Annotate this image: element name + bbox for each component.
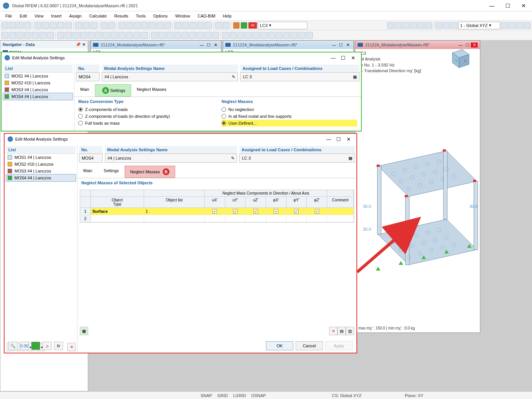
tb-icon[interactable] (90, 22, 97, 29)
tb-icon[interactable] (402, 22, 409, 29)
radio-full-loads[interactable]: Full loads as mass (78, 120, 214, 127)
table-row[interactable]: 2 (80, 215, 354, 222)
tb-icon[interactable] (126, 22, 133, 29)
tb-icon[interactable] (451, 22, 458, 29)
edit-icon[interactable]: ✎ (232, 74, 235, 79)
list-item-selected[interactable]: MOS4 #4 | Lanczos (3, 93, 73, 100)
menu-insert[interactable]: Insert (48, 13, 65, 19)
tb-icon[interactable] (166, 32, 173, 39)
menu-help[interactable]: Help (220, 13, 235, 19)
navigator-buttons[interactable]: 📌 ✕ (76, 42, 86, 47)
list-item-selected[interactable]: MOS4 #4 | Lanczos (6, 174, 76, 181)
cell-list[interactable]: 1 (144, 208, 205, 215)
tb-icon[interactable] (149, 22, 156, 29)
menu-tools[interactable]: Tools (133, 13, 149, 19)
mdi-close[interactable]: ✕ (212, 43, 219, 48)
tb-icon[interactable] (141, 22, 148, 29)
mdi-close[interactable]: ✕ (344, 43, 351, 48)
tb-icon[interactable] (42, 22, 49, 29)
tb-icon[interactable] (291, 32, 298, 39)
checkbox-phiy[interactable]: ✔ (294, 209, 299, 214)
tb-icon[interactable] (164, 22, 171, 29)
list-item[interactable]: MOS1 #4 | Lanczos (6, 154, 76, 161)
menu-file[interactable]: File (2, 13, 15, 19)
menu-calculate[interactable]: Calculate (86, 13, 110, 19)
tb-icon[interactable] (524, 22, 530, 29)
tb-icon[interactable] (182, 22, 189, 29)
tb-icon[interactable] (223, 22, 230, 29)
tb-icon[interactable] (197, 22, 204, 29)
tb-icon[interactable] (9, 22, 16, 29)
status-grid[interactable]: GRID (217, 393, 228, 398)
tab-settings[interactable]: A Settings (95, 84, 131, 97)
tb-icon[interactable] (425, 22, 432, 29)
tb-icon[interactable] (57, 32, 64, 39)
tb-icon[interactable] (65, 32, 72, 39)
tb-icon[interactable] (230, 32, 237, 39)
tb-icon[interactable] (306, 32, 313, 39)
tb-icon[interactable] (157, 22, 163, 29)
list-item[interactable]: MOS2 #10 | Lanczos (3, 79, 73, 86)
color-icon[interactable] (31, 342, 40, 350)
cs-combo[interactable]: 1 - Global XYZ▾ (458, 22, 500, 29)
tb-icon[interactable] (283, 32, 290, 39)
mdi-max[interactable]: ☐ (205, 43, 212, 48)
tb-icon[interactable] (95, 32, 102, 39)
orientation-cube-icon[interactable]: X Y (446, 44, 472, 71)
tb-icon[interactable] (32, 32, 39, 39)
tb-icon[interactable] (189, 32, 196, 39)
checkbox-uz[interactable]: ✔ (253, 209, 258, 214)
tb-icon[interactable] (395, 22, 402, 29)
list-item[interactable]: MOS1 #4 | Lanczos (3, 73, 73, 79)
cancel-button[interactable]: Cancel (296, 341, 323, 350)
tb-icon[interactable] (205, 22, 212, 29)
tab-neglect[interactable]: Neglect Masses B (125, 166, 175, 178)
apply-button[interactable]: Apply (325, 341, 353, 350)
tb-icon[interactable] (268, 32, 275, 39)
browse-icon[interactable]: ▦ (353, 74, 357, 79)
dlg-min[interactable]: — (324, 136, 334, 142)
menu-edit[interactable]: Edit (17, 13, 30, 19)
list-item[interactable]: MOS2 #10 | Lanczos (6, 161, 76, 168)
status-lgrid[interactable]: LGRID (233, 393, 246, 398)
tb-icon[interactable] (238, 32, 244, 39)
mdi-min[interactable]: — (331, 43, 337, 47)
fx-icon[interactable]: fx (54, 342, 63, 350)
tab-main[interactable]: Main (78, 166, 98, 178)
tb-icon[interactable] (50, 22, 57, 29)
radio-user-defined[interactable]: User-Defined... (222, 120, 357, 127)
tb-icon[interactable] (2, 32, 8, 39)
tb-icon[interactable] (151, 32, 158, 39)
name-input[interactable]: #4 | Lanczos✎ (102, 72, 238, 81)
menu-window[interactable]: Window (172, 13, 193, 19)
cell-type[interactable] (91, 215, 144, 222)
dlg-close[interactable]: ✕ (348, 55, 358, 61)
dlg-max[interactable]: ☐ (338, 55, 348, 61)
tab-main[interactable]: Main (74, 84, 95, 97)
list-item[interactable]: MOS3 #4 | Lanczos (6, 168, 76, 174)
tb-icon[interactable] (2, 22, 8, 29)
tb-icon[interactable] (75, 22, 82, 29)
mdi-min[interactable]: — (198, 43, 205, 47)
tb-icon[interactable] (101, 22, 108, 29)
tb-icon[interactable] (9, 32, 16, 39)
tb-icon[interactable] (174, 32, 181, 39)
loadcase-combo[interactable]: LC3▾ (258, 22, 307, 29)
neglect-mass-grid[interactable]: Neglect Mass Components in Direction / A… (80, 190, 354, 223)
tb-icon[interactable] (418, 22, 424, 29)
tb-icon[interactable] (126, 32, 133, 39)
tb-icon[interactable] (57, 22, 64, 29)
tb-icon[interactable] (435, 22, 442, 29)
tb-icon[interactable] (443, 22, 450, 29)
checkbox-phix[interactable]: ✔ (274, 209, 278, 214)
units-icon[interactable]: 0.00 (20, 342, 29, 350)
tb-icon[interactable] (204, 32, 211, 39)
assigned-input[interactable]: LC 3▦ (239, 154, 355, 163)
tb-icon[interactable] (233, 22, 240, 29)
row-delete-icon[interactable]: ✕ (329, 327, 337, 335)
tb-icon[interactable] (516, 22, 523, 29)
tb-icon[interactable] (35, 22, 41, 29)
tb-icon[interactable] (47, 32, 54, 39)
maximize-button[interactable]: ☐ (502, 3, 513, 8)
tb-icon[interactable] (276, 32, 282, 39)
